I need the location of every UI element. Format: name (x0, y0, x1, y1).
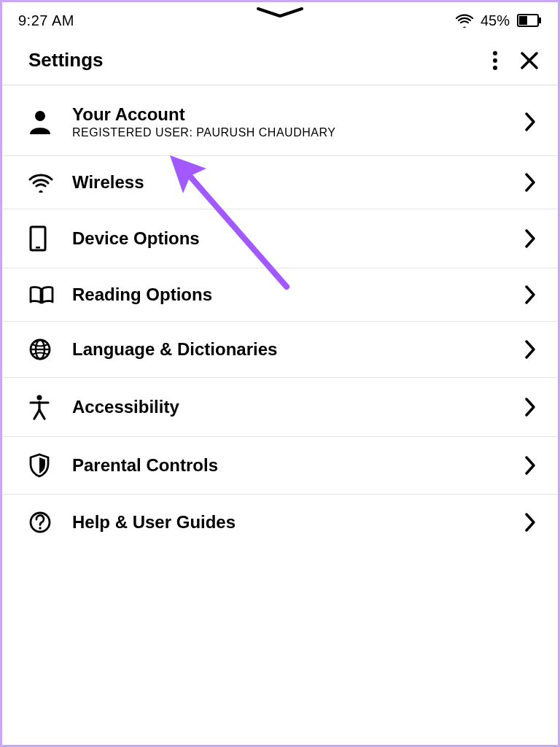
row-label: Accessibility (72, 397, 524, 417)
person-icon (28, 109, 61, 134)
row-parental-controls[interactable]: Parental Controls (2, 437, 558, 495)
chevron-right-icon (524, 228, 536, 249)
help-icon (28, 511, 61, 534)
header-actions (492, 50, 539, 71)
chevron-right-icon (524, 512, 536, 533)
svg-point-8 (35, 111, 45, 121)
row-text: Help & User Guides (61, 512, 524, 533)
tablet-icon (28, 225, 61, 252)
close-icon[interactable] (520, 51, 539, 70)
row-reading-options[interactable]: Reading Options (2, 268, 558, 322)
more-icon[interactable] (492, 50, 498, 71)
svg-point-5 (493, 66, 497, 70)
row-text: Parental Controls (61, 455, 524, 476)
accessibility-icon (28, 394, 61, 420)
chevron-right-icon (524, 339, 536, 360)
row-text: Wireless (61, 172, 524, 193)
row-text: Device Options (61, 228, 524, 249)
row-text: Your Account REGISTERED USER: PAURUSH CH… (61, 104, 524, 139)
row-text: Reading Options (61, 285, 524, 305)
clock: 9:27 AM (18, 12, 74, 29)
row-label: Wireless (72, 172, 524, 193)
row-language-dictionaries[interactable]: Language & Dictionaries (2, 322, 558, 378)
settings-list: Your Account REGISTERED USER: PAURUSH CH… (2, 85, 558, 550)
row-accessibility[interactable]: Accessibility (2, 378, 558, 437)
chevron-right-icon (524, 455, 536, 476)
svg-line-17 (34, 410, 39, 419)
svg-line-18 (39, 410, 44, 419)
wifi-icon (28, 172, 61, 193)
status-right: 45% (456, 12, 542, 29)
row-wireless[interactable]: Wireless (2, 156, 558, 209)
page-title: Settings (28, 49, 104, 71)
shield-icon (28, 453, 61, 478)
wifi-icon (456, 13, 473, 28)
row-label: Help & User Guides (72, 512, 524, 533)
svg-point-14 (37, 395, 42, 400)
chevron-right-icon (524, 112, 536, 132)
row-sublabel: REGISTERED USER: PAURUSH CHAUDHARY (72, 126, 524, 139)
book-icon (28, 285, 61, 305)
row-your-account[interactable]: Your Account REGISTERED USER: PAURUSH CH… (2, 85, 558, 156)
svg-point-4 (493, 58, 497, 63)
svg-rect-10 (36, 247, 40, 249)
row-label: Language & Dictionaries (72, 339, 524, 360)
swipe-down-handle[interactable] (254, 7, 306, 20)
svg-rect-2 (519, 16, 527, 25)
row-label: Your Account (72, 104, 524, 125)
row-label: Reading Options (72, 285, 524, 305)
globe-icon (28, 338, 61, 361)
row-device-options[interactable]: Device Options (2, 209, 558, 268)
row-text: Language & Dictionaries (61, 339, 524, 360)
battery-icon (517, 14, 542, 27)
svg-point-3 (493, 51, 497, 55)
svg-rect-1 (539, 18, 541, 23)
battery-percent: 45% (481, 12, 510, 29)
row-label: Device Options (72, 228, 524, 249)
row-text: Accessibility (61, 397, 524, 417)
row-help-guides[interactable]: Help & User Guides (2, 495, 558, 550)
row-label: Parental Controls (72, 455, 524, 476)
page-header: Settings (2, 36, 558, 85)
chevron-right-icon (524, 172, 536, 193)
svg-point-20 (39, 527, 42, 530)
app-frame: 9:27 AM 45% Settings (0, 0, 560, 747)
chevron-right-icon (524, 285, 536, 305)
chevron-right-icon (524, 397, 536, 417)
